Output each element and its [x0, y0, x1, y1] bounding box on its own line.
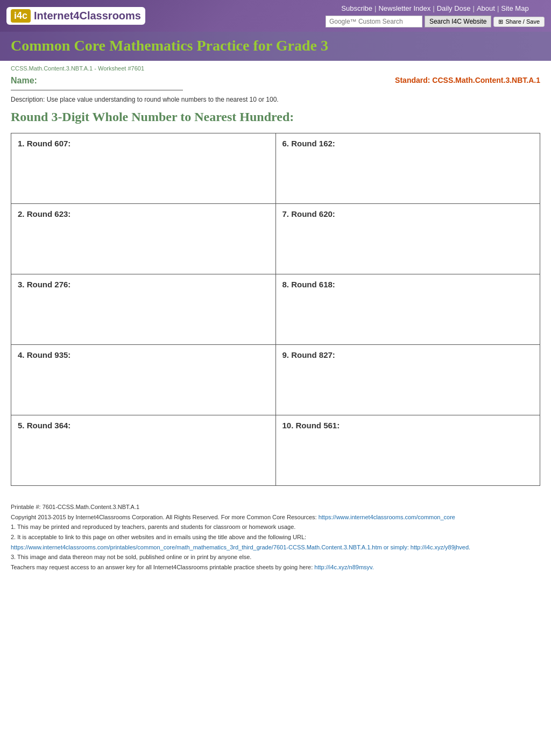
- nav-about[interactable]: About: [477, 4, 495, 12]
- problem-label-4: 4. Round 935:: [18, 350, 70, 359]
- problem-cell-1: 1. Round 607:: [11, 133, 276, 203]
- nav-subscribe[interactable]: Subscribe: [341, 4, 372, 12]
- footer-answer-key-link[interactable]: http://i4c.xyz/n89msyv.: [314, 564, 373, 570]
- description-text: Description: Use place value understandi…: [11, 96, 540, 103]
- problem-cell-4: 4. Round 935:: [11, 345, 276, 415]
- problem-cell-7: 7. Round 620:: [276, 204, 540, 274]
- search-row: Search I4C Website ⊞ Share / Save: [326, 16, 545, 27]
- share-icon: ⊞: [498, 18, 503, 25]
- problem-row-5: 5. Round 364: 10. Round 561:: [11, 415, 540, 485]
- footer-note4: Teachers may request access to an answer…: [11, 562, 540, 573]
- problem-row-4: 4. Round 935: 9. Round 827:: [11, 345, 540, 415]
- problem-label-5: 5. Round 364:: [18, 421, 70, 430]
- standard-section: Standard: CCSS.Math.Content.3.NBT.A.1: [395, 76, 540, 84]
- footer-note2: 2. It is acceptable to link to this page…: [11, 532, 540, 542]
- nav-links: Subscribe | Newsletter Index | Daily Dos…: [341, 4, 528, 12]
- main-content: CCSS.Math.Content.3.NBT.A.1 - Worksheet …: [0, 61, 551, 497]
- problem-label-7: 7. Round 620:: [282, 209, 335, 218]
- problem-label-1: 1. Round 607:: [18, 139, 70, 148]
- problem-cell-8: 8. Round 618:: [276, 274, 540, 344]
- problem-row-2: 2. Round 623: 7. Round 620:: [11, 204, 540, 274]
- footer-section: Printable #: 7601-CCSS.Math.Content.3.NB…: [0, 497, 551, 578]
- logo-text: Internet4Classrooms: [34, 10, 141, 22]
- site-header: i4c Internet4Classrooms Subscribe | News…: [0, 0, 551, 61]
- nav-site-map[interactable]: Site Map: [501, 4, 528, 12]
- problem-label-3: 3. Round 276:: [18, 280, 70, 289]
- problem-grid: 1. Round 607: 6. Round 162: 2. Round 623…: [11, 133, 540, 486]
- share-save-button[interactable]: ⊞ Share / Save: [493, 17, 545, 27]
- nav-area: Subscribe | Newsletter Index | Daily Dos…: [326, 4, 545, 27]
- problem-cell-10: 10. Round 561:: [276, 415, 540, 485]
- problem-label-9: 9. Round 827:: [282, 350, 335, 359]
- problem-label-10: 10. Round 561:: [282, 421, 340, 430]
- problem-row-3: 3. Round 276: 8. Round 618:: [11, 274, 540, 345]
- problem-cell-5: 5. Round 364:: [11, 415, 276, 485]
- header-top-bar: i4c Internet4Classrooms Subscribe | News…: [0, 0, 551, 32]
- problem-label-6: 6. Round 162:: [282, 139, 335, 148]
- name-underline: [11, 90, 183, 90]
- logo-box: i4c Internet4Classrooms: [6, 7, 145, 25]
- footer-copyright: Copyright 2013-2015 by Internet4Classroo…: [11, 512, 540, 522]
- problem-cell-6: 6. Round 162:: [276, 133, 540, 203]
- header-banner: Common Core Mathematics Practice for Gra…: [0, 32, 551, 61]
- page-title: Common Core Mathematics Practice for Gra…: [11, 37, 540, 54]
- logo-area: i4c Internet4Classrooms: [6, 7, 145, 25]
- footer-note3: 3. This image and data thereon may not b…: [11, 552, 540, 562]
- logo-abbr: i4c: [11, 9, 31, 23]
- breadcrumb: CCSS.Math.Content.3.NBT.A.1 - Worksheet …: [11, 65, 540, 72]
- problem-label-8: 8. Round 618:: [282, 280, 335, 289]
- share-label: Share / Save: [505, 18, 540, 25]
- problem-label-2: 2. Round 623:: [18, 209, 70, 218]
- search-input[interactable]: [326, 16, 422, 27]
- name-section: Name:: [11, 76, 395, 90]
- footer-copyright-link[interactable]: https://www.internet4classrooms.com/comm…: [319, 514, 455, 520]
- problem-row-1: 1. Round 607: 6. Round 162:: [11, 133, 540, 204]
- name-label: Name:: [11, 76, 395, 86]
- search-button[interactable]: Search I4C Website: [425, 16, 492, 27]
- problem-cell-9: 9. Round 827:: [276, 345, 540, 415]
- problem-cell-2: 2. Round 623:: [11, 204, 276, 274]
- nav-newsletter-index[interactable]: Newsletter Index: [378, 4, 430, 12]
- footer-url: https://www.internet4classrooms.com/prin…: [11, 542, 540, 553]
- worksheet-title: Round 3-Digit Whole Number to Nearest Hu…: [11, 110, 540, 124]
- worksheet-header: Name: Standard: CCSS.Math.Content.3.NBT.…: [11, 76, 540, 90]
- nav-daily-dose[interactable]: Daily Dose: [437, 4, 471, 12]
- footer-url-link[interactable]: https://www.internet4classrooms.com/prin…: [11, 544, 470, 550]
- problem-cell-3: 3. Round 276:: [11, 274, 276, 344]
- footer-note1: 1. This may be printed and reproduced by…: [11, 522, 540, 532]
- footer-printable: Printable #: 7601-CCSS.Math.Content.3.NB…: [11, 502, 540, 512]
